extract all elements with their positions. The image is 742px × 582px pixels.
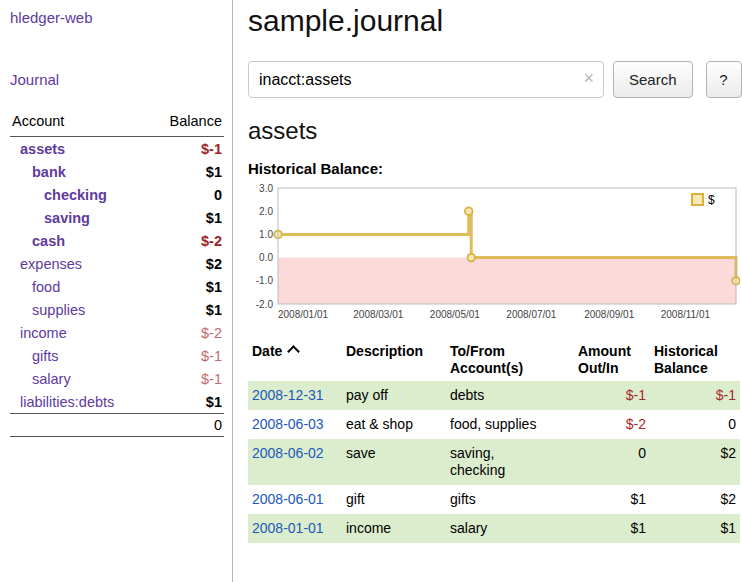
transaction-date-link[interactable]: 2008-01-01 [252,520,324,536]
search-box: × [248,61,604,98]
account-balance: $-1 [201,371,222,387]
balance-header-line1: Historical [654,343,718,359]
svg-text:-2.0: -2.0 [256,299,274,310]
balance-chart: 3.02.01.00.0-1.0-2.02008/01/012008/03/01… [248,182,740,330]
tofrom-header-line2: Account(s) [450,360,523,376]
transaction-balance: $2 [650,485,740,514]
search-form: × Search ? [248,61,742,98]
sidebar: hledger-web Journal Account Balance asse… [0,0,233,582]
account-balance: $-2 [201,325,222,341]
transaction-description: pay off [342,381,446,410]
account-link[interactable]: cash [12,233,65,249]
search-input[interactable] [248,61,604,98]
account-row: gifts$-1 [10,344,224,367]
amount-column-header: Amount Out/In [574,339,650,381]
account-row: checking0 [10,183,224,206]
account-link[interactable]: income [12,325,67,341]
transaction-balance: 0 [650,410,740,439]
svg-text:2008/11/01: 2008/11/01 [661,309,711,320]
nav-journal-link[interactable]: Journal [10,71,224,88]
transaction-date-link[interactable]: 2008-06-02 [252,445,324,461]
transaction-accounts: salary [446,514,574,543]
transaction-description: save [342,439,446,485]
register-row: 2008-06-02savesaving, checking0$2 [248,439,740,485]
account-balance: $-2 [201,233,222,249]
chart-title: Historical Balance: [248,160,742,177]
balance-header-line2: Balance [654,360,708,376]
svg-text:3.0: 3.0 [259,183,273,194]
account-link[interactable]: liabilities:debts [12,394,114,410]
register-row: 2008-12-31pay offdebts$-1$-1 [248,381,740,410]
account-link[interactable]: bank [12,164,66,180]
accounts-table: Account Balance assets$-1bank$1checking0… [10,111,224,437]
account-balance: $1 [206,302,222,318]
account-heading: assets [248,117,742,145]
account-row: supplies$1 [10,298,224,321]
accounts-list: assets$-1bank$1checking0saving$1cash$-2e… [10,137,224,413]
search-button[interactable]: Search [613,61,693,98]
hledger-web-app: hledger-web Journal Account Balance asse… [0,0,742,582]
svg-text:2008/03/01: 2008/03/01 [353,309,403,320]
sort-ascending-icon [287,345,300,358]
account-link[interactable]: gifts [12,348,59,364]
transaction-accounts: saving, checking [446,439,574,485]
transaction-description: gift [342,485,446,514]
register-table: Date Description To/From Account(s) Amou… [248,339,740,543]
account-row: cash$-2 [10,229,224,252]
account-balance: $1 [206,279,222,295]
transaction-amount: 0 [574,439,650,485]
account-row: assets$-1 [10,137,224,160]
svg-text:2008/01/01: 2008/01/01 [278,309,328,320]
account-link[interactable]: supplies [12,302,85,318]
transaction-accounts: gifts [446,485,574,514]
transaction-date-link[interactable]: 2008-12-31 [252,387,324,403]
register-row: 2008-01-01incomesalary$1$1 [248,514,740,543]
account-balance: 0 [214,187,222,203]
account-link[interactable]: saving [12,210,90,226]
accounts-total-row: 0 [10,413,224,437]
transaction-description: income [342,514,446,543]
svg-text:2.0: 2.0 [259,206,273,217]
date-header-label: Date [252,343,282,359]
account-balance: $1 [206,164,222,180]
transaction-amount: $-2 [574,410,650,439]
svg-text:2008/09/01: 2008/09/01 [584,309,634,320]
account-link[interactable]: assets [12,141,65,157]
svg-text:-1.0: -1.0 [256,275,274,286]
transaction-description: eat & shop [342,410,446,439]
account-balance: $1 [206,394,222,410]
account-balance: $-1 [201,141,222,157]
transaction-amount: $-1 [574,381,650,410]
transaction-date-link[interactable]: 2008-06-01 [252,491,324,507]
account-link[interactable]: salary [12,371,71,387]
transaction-accounts: food, supplies [446,410,574,439]
description-header-label: Description [346,343,423,359]
clear-search-icon[interactable]: × [583,68,594,88]
transaction-amount: $1 [574,485,650,514]
account-balance: $-1 [201,348,222,364]
transaction-date-link[interactable]: 2008-06-03 [252,416,324,432]
account-row: bank$1 [10,160,224,183]
amount-header-line1: Amount [578,343,631,359]
register-header-row: Date Description To/From Account(s) Amou… [248,339,740,381]
account-link[interactable]: expenses [12,256,82,272]
account-link[interactable]: food [12,279,60,295]
account-row: food$1 [10,275,224,298]
date-column-header[interactable]: Date [248,339,342,381]
transaction-balance: $2 [650,439,740,485]
tofrom-column-header: To/From Account(s) [446,339,574,381]
transaction-balance: $1 [650,514,740,543]
transaction-amount: $1 [574,514,650,543]
account-link[interactable]: checking [12,187,107,203]
page-title: sample.journal [248,4,742,38]
accounts-total-value: 0 [214,417,222,433]
app-title-link[interactable]: hledger-web [10,9,224,26]
svg-text:0.0: 0.0 [259,252,273,263]
help-button[interactable]: ? [706,61,742,98]
svg-text:$: $ [708,193,715,207]
account-row: saving$1 [10,206,224,229]
amount-header-line2: Out/In [578,360,618,376]
svg-text:2008/07/01: 2008/07/01 [506,309,556,320]
main-content: sample.journal × Search ? assets Histori… [233,0,742,582]
transaction-accounts: debts [446,381,574,410]
